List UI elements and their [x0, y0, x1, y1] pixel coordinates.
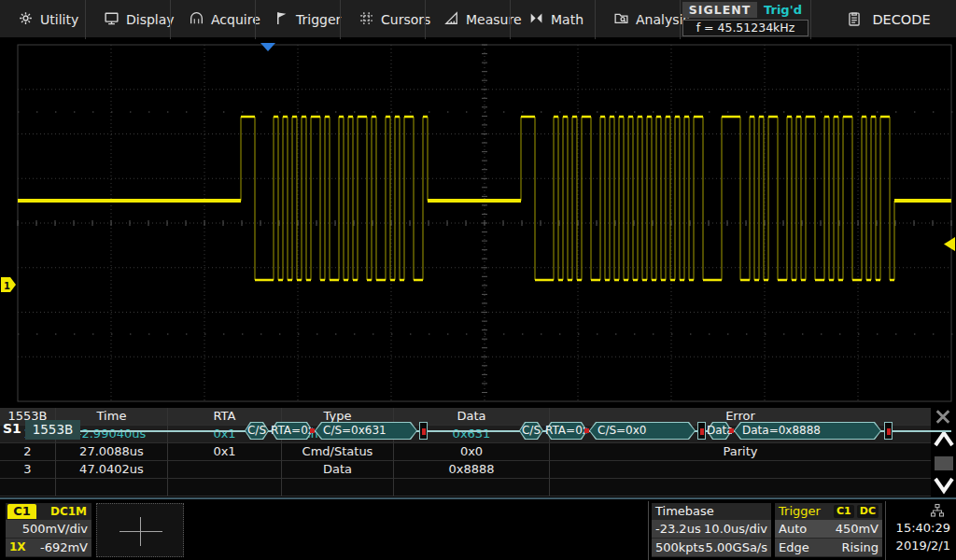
decode-menu-label: DECODE — [872, 12, 930, 27]
flag-icon — [274, 10, 289, 29]
menu-item-acquire[interactable]: Acquire — [170, 0, 255, 39]
table-cell: 3 — [0, 461, 56, 479]
menu-item-display[interactable]: Display — [85, 0, 170, 39]
decode-bubble-label: Data — [707, 422, 732, 440]
channel1-offset: -692mV — [40, 539, 88, 556]
menu-item-cursors[interactable]: Cursors — [340, 0, 425, 39]
decode-bubble: C/S — [519, 422, 543, 440]
decode-bubble-label: C/S=0x631 — [315, 422, 417, 440]
table-row[interactable]: 227.0088us0x1Cmd/Status0x0Parity — [0, 443, 931, 461]
decode-bubble: C/S — [245, 422, 269, 440]
menu-item-label: Trigger — [296, 12, 341, 27]
timebase-label: Timebase — [655, 503, 714, 519]
trigger-coupling-badge: DC — [857, 505, 879, 518]
table-cell — [168, 461, 282, 479]
channel1-badge: C1 — [7, 504, 36, 519]
table-cell — [550, 461, 931, 479]
gear-icon — [18, 10, 34, 29]
menu-item-decode[interactable]: DECODE — [810, 0, 956, 39]
decode-error-marker — [419, 422, 428, 440]
menu-item-label: Utility — [40, 12, 78, 27]
table-cell: 0x1 — [168, 443, 282, 461]
table-cell — [168, 479, 282, 497]
decode-bubble: C/S=0x631 — [315, 422, 417, 440]
menu-item-label: Acquire — [211, 12, 260, 27]
menu-item-label: Math — [551, 12, 583, 27]
trigger-level: 450mV — [836, 520, 879, 538]
decode-bubble-label: RTA=0x — [271, 422, 313, 440]
timebase-info-box[interactable]: Timebase -23.2us 10.0us/div 500kpts 5.00… — [652, 503, 771, 557]
scrollbar-thumb[interactable] — [935, 456, 953, 470]
display-icon — [104, 10, 120, 29]
trigger-info-box[interactable]: Trigger C1 DC Auto 450mV Edge Rising — [775, 503, 882, 557]
table-cell: 0x8888 — [394, 461, 550, 479]
timebase-scale: 10.0us/div — [704, 520, 767, 538]
table-cell: 27.0088us — [56, 443, 168, 461]
decode-bubble-label: RTA=0x — [545, 422, 587, 440]
table-cell — [0, 479, 56, 497]
table-row[interactable]: 347.0402usData0x8888 — [0, 461, 931, 479]
decode-bubble-label: C/S — [245, 422, 269, 440]
menu-item-measure[interactable]: Measure — [425, 0, 510, 39]
menu-item-utility[interactable]: Utility — [0, 0, 85, 39]
channel1-info-box[interactable]: C1 DC1M 500mV/div 1X -692mV — [6, 503, 91, 557]
table-cell: Parity — [550, 443, 931, 461]
table-cell — [550, 479, 931, 497]
table-cell — [394, 479, 550, 497]
cursors-icon — [358, 10, 374, 29]
channel1-coupling: DC1M — [50, 505, 87, 518]
channel1-probe: 1X — [9, 539, 26, 556]
clock-time: 15:40:29 — [887, 519, 950, 537]
frequency-counter: f = 45.51234kHz — [682, 20, 808, 36]
crosshair-icon — [120, 531, 162, 532]
menu-item-label: Display — [126, 12, 175, 27]
timebase-memory: 500kpts — [655, 539, 704, 556]
channel1-offset-label: 1 — [4, 281, 10, 291]
table-cell: 47.0402us — [56, 461, 168, 479]
add-channel-slot[interactable] — [96, 503, 184, 557]
math-icon — [528, 10, 544, 29]
table-cell: Cmd/Status — [282, 443, 394, 461]
trigger-position-indicator[interactable] — [260, 43, 275, 51]
menu-item-label: Cursors — [381, 12, 430, 27]
table-cell — [282, 479, 394, 497]
decode-bubble: RTA=0x — [271, 422, 313, 440]
table-cell: Data — [282, 461, 394, 479]
trigger-type: Edge — [779, 539, 809, 556]
table-close-button[interactable] — [934, 410, 952, 424]
trigger-label: Trigger — [779, 503, 821, 519]
trigger-level-marker[interactable] — [944, 237, 955, 251]
siglent-logo: SIGLENT — [682, 2, 757, 18]
waveform-display: 1 S1 1553B C/SRTA=0xC/S=0x631C/SRTA=0xC/… — [0, 41, 956, 407]
table-cell — [56, 479, 168, 497]
status-bar: C1 DC1M 500mV/div 1X -692mV Timebase -23… — [0, 501, 956, 560]
trigger-slope: Rising — [841, 539, 879, 556]
acquire-icon — [189, 10, 204, 29]
trigger-status-badge: Trig'd — [757, 2, 808, 18]
decode-icon — [846, 10, 863, 30]
table-bottom-border — [0, 497, 956, 499]
menu-item-analysis[interactable]: Analysis — [595, 0, 680, 39]
decode-error-marker — [697, 422, 706, 440]
analysis-icon — [613, 10, 629, 29]
waveform-trace — [241, 117, 894, 280]
sample-rate: 5.00GSa/s — [706, 539, 767, 556]
table-cell: 0x0 — [394, 443, 550, 461]
trigger-mode: Auto — [779, 520, 807, 538]
decode-bubble-label: C/S — [519, 422, 543, 440]
channel1-scale: 500mV/div — [22, 520, 88, 538]
network-icon[interactable] — [887, 503, 950, 519]
decode-bubble: C/S=0x0 — [589, 422, 696, 440]
clock-date: 2019/2/1 — [887, 537, 950, 554]
oscilloscope-screen: UtilityDisplayAcquireTriggerCursorsMeasu… — [0, 0, 956, 560]
status-cluster: SIGLENT Trig'd f = 45.51234kHz — [680, 0, 810, 39]
scroll-down-button[interactable] — [933, 472, 955, 497]
waveform-plot: 1 — [0, 41, 956, 411]
menu-item-math[interactable]: Math — [510, 0, 595, 39]
decode-bubble: RTA=0x — [545, 422, 587, 440]
menu-item-trigger[interactable]: Trigger — [255, 0, 340, 39]
table-row[interactable] — [0, 479, 931, 497]
datetime-box: 15:40:29 2019/2/1 — [887, 503, 954, 557]
bus-protocol-label[interactable]: 1553B — [25, 420, 80, 440]
bus-source-label: S1 — [3, 421, 21, 436]
